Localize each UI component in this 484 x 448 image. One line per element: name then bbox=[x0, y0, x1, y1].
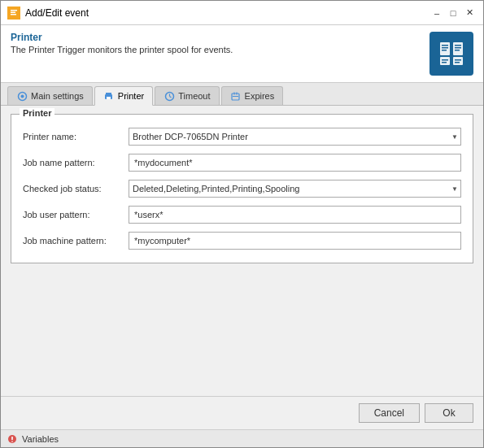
expires-tab-icon bbox=[230, 90, 242, 102]
svg-rect-10 bbox=[455, 47, 461, 49]
svg-rect-16 bbox=[455, 59, 461, 61]
svg-rect-6 bbox=[442, 47, 448, 49]
header-icon bbox=[429, 32, 473, 76]
svg-rect-4 bbox=[440, 42, 450, 55]
window-title: Add/Edit event bbox=[25, 7, 89, 19]
main-window: Add/Edit event – □ ✕ Printer The Printer… bbox=[0, 0, 484, 448]
statusbar-icon bbox=[7, 433, 19, 445]
tab-expires-label: Expires bbox=[245, 91, 275, 101]
svg-rect-3 bbox=[11, 14, 16, 15]
svg-rect-12 bbox=[440, 57, 450, 65]
svg-rect-22 bbox=[106, 93, 111, 95]
svg-rect-5 bbox=[442, 45, 448, 46]
job-name-pattern-label: Job name pattern: bbox=[23, 158, 129, 167]
svg-rect-7 bbox=[442, 50, 447, 51]
job-machine-pattern-input[interactable] bbox=[129, 232, 461, 250]
printer-group-box: Printer Printer name: Brother DCP-7065DN… bbox=[11, 114, 473, 263]
maximize-button[interactable]: □ bbox=[446, 6, 460, 20]
statusbar-label: Variables bbox=[22, 434, 59, 444]
checked-job-status-select-wrapper: Deleted,Deleting,Printed,Printing,Spooli… bbox=[129, 180, 461, 198]
tab-printer-label: Printer bbox=[118, 91, 144, 101]
svg-line-25 bbox=[169, 96, 171, 98]
job-user-pattern-label: Job user pattern: bbox=[23, 210, 129, 220]
job-user-pattern-input[interactable] bbox=[129, 206, 461, 224]
checked-job-status-label: Checked job status: bbox=[23, 184, 129, 194]
tab-printer[interactable]: Printer bbox=[94, 86, 153, 106]
tab-expires[interactable]: Expires bbox=[221, 86, 284, 105]
printer-name-select[interactable]: Brother DCP-7065DN PrinterMicrosoft Prin… bbox=[129, 128, 461, 146]
job-user-pattern-row: Job user pattern: bbox=[23, 206, 461, 224]
svg-point-32 bbox=[11, 441, 13, 442]
close-button[interactable]: ✕ bbox=[462, 6, 477, 20]
tab-main-settings-label: Main settings bbox=[31, 91, 84, 101]
ok-button[interactable]: Ok bbox=[425, 403, 473, 423]
title-controls: – □ ✕ bbox=[429, 6, 477, 20]
svg-rect-21 bbox=[107, 97, 111, 99]
app-icon bbox=[7, 7, 20, 20]
printer-tab-icon bbox=[103, 90, 115, 102]
printer-name-select-wrapper: Brother DCP-7065DN PrinterMicrosoft Prin… bbox=[129, 128, 461, 146]
svg-rect-11 bbox=[455, 50, 460, 51]
job-name-pattern-input[interactable] bbox=[129, 154, 461, 172]
main-settings-icon bbox=[16, 90, 28, 102]
footer-area: Cancel Ok bbox=[1, 396, 483, 429]
tab-timeout[interactable]: Timeout bbox=[155, 86, 219, 105]
checked-job-status-select[interactable]: Deleted,Deleting,Printed,Printing,Spooli… bbox=[129, 180, 461, 198]
tab-timeout-label: Timeout bbox=[178, 91, 210, 101]
svg-rect-17 bbox=[455, 62, 460, 63]
timeout-tab-icon bbox=[164, 90, 175, 102]
header-description: The Printer Trigger monitors the printer… bbox=[11, 45, 233, 54]
minimize-button[interactable]: – bbox=[429, 6, 444, 20]
title-bar-left: Add/Edit event bbox=[7, 7, 89, 20]
svg-point-19 bbox=[20, 94, 24, 98]
header-subtitle: Printer bbox=[11, 32, 233, 43]
svg-rect-13 bbox=[442, 59, 448, 61]
header-area: Printer The Printer Trigger monitors the… bbox=[1, 25, 483, 83]
svg-rect-2 bbox=[11, 11, 15, 13]
cancel-button[interactable]: Cancel bbox=[359, 403, 420, 423]
svg-rect-15 bbox=[453, 57, 463, 65]
job-machine-pattern-row: Job machine pattern: bbox=[23, 232, 461, 250]
tab-main-settings[interactable]: Main settings bbox=[7, 86, 93, 105]
svg-rect-1 bbox=[11, 10, 17, 11]
header-left: Printer The Printer Trigger monitors the… bbox=[11, 32, 233, 54]
tabs-bar: Main settings Printer Timeout bbox=[1, 83, 483, 106]
content-area: Printer Printer name: Brother DCP-7065DN… bbox=[1, 106, 483, 396]
job-name-pattern-row: Job name pattern: bbox=[23, 154, 461, 172]
svg-rect-14 bbox=[442, 62, 447, 63]
printer-name-row: Printer name: Brother DCP-7065DN Printer… bbox=[23, 128, 461, 146]
printer-name-label: Printer name: bbox=[23, 132, 129, 141]
title-bar: Add/Edit event – □ ✕ bbox=[1, 1, 483, 25]
svg-rect-31 bbox=[11, 437, 13, 440]
checked-job-status-row: Checked job status: Deleted,Deleting,Pri… bbox=[23, 180, 461, 198]
job-machine-pattern-label: Job machine pattern: bbox=[23, 236, 129, 246]
svg-rect-9 bbox=[455, 45, 461, 46]
svg-rect-8 bbox=[453, 42, 463, 55]
group-box-title: Printer bbox=[20, 108, 55, 118]
statusbar: Variables bbox=[1, 429, 483, 447]
